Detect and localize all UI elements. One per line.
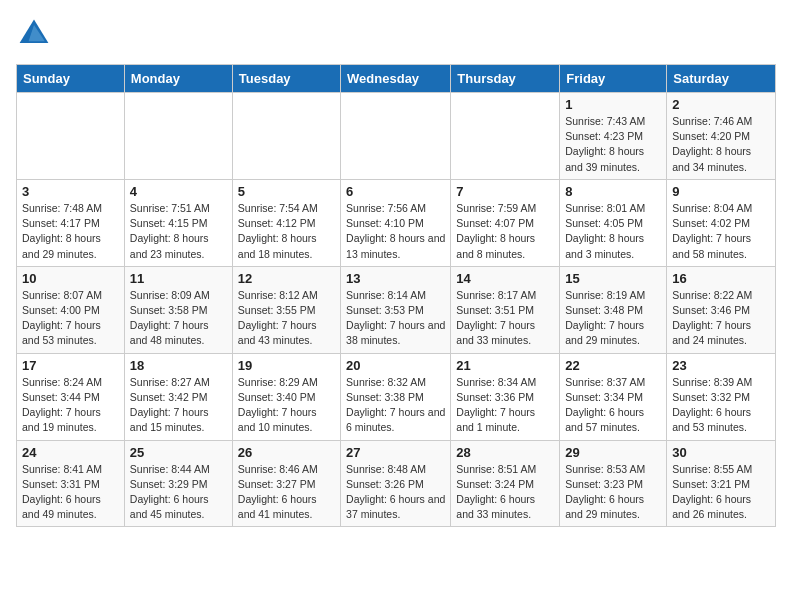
day-number: 5	[238, 184, 335, 199]
day-info: Sunrise: 8:29 AM Sunset: 3:40 PM Dayligh…	[238, 375, 335, 436]
day-cell: 5Sunrise: 7:54 AM Sunset: 4:12 PM Daylig…	[232, 179, 340, 266]
day-cell: 8Sunrise: 8:01 AM Sunset: 4:05 PM Daylig…	[560, 179, 667, 266]
day-number: 26	[238, 445, 335, 460]
logo-icon	[16, 16, 52, 52]
day-number: 29	[565, 445, 661, 460]
day-info: Sunrise: 8:51 AM Sunset: 3:24 PM Dayligh…	[456, 462, 554, 523]
day-cell: 2Sunrise: 7:46 AM Sunset: 4:20 PM Daylig…	[667, 93, 776, 180]
day-info: Sunrise: 8:53 AM Sunset: 3:23 PM Dayligh…	[565, 462, 661, 523]
day-info: Sunrise: 8:37 AM Sunset: 3:34 PM Dayligh…	[565, 375, 661, 436]
day-number: 13	[346, 271, 445, 286]
week-row-1: 1Sunrise: 7:43 AM Sunset: 4:23 PM Daylig…	[17, 93, 776, 180]
day-cell: 7Sunrise: 7:59 AM Sunset: 4:07 PM Daylig…	[451, 179, 560, 266]
day-info: Sunrise: 7:51 AM Sunset: 4:15 PM Dayligh…	[130, 201, 227, 262]
day-cell: 1Sunrise: 7:43 AM Sunset: 4:23 PM Daylig…	[560, 93, 667, 180]
day-number: 10	[22, 271, 119, 286]
day-cell: 13Sunrise: 8:14 AM Sunset: 3:53 PM Dayli…	[341, 266, 451, 353]
day-info: Sunrise: 7:54 AM Sunset: 4:12 PM Dayligh…	[238, 201, 335, 262]
day-info: Sunrise: 8:41 AM Sunset: 3:31 PM Dayligh…	[22, 462, 119, 523]
day-cell: 6Sunrise: 7:56 AM Sunset: 4:10 PM Daylig…	[341, 179, 451, 266]
day-number: 1	[565, 97, 661, 112]
day-number: 16	[672, 271, 770, 286]
day-cell: 21Sunrise: 8:34 AM Sunset: 3:36 PM Dayli…	[451, 353, 560, 440]
day-number: 11	[130, 271, 227, 286]
week-row-3: 10Sunrise: 8:07 AM Sunset: 4:00 PM Dayli…	[17, 266, 776, 353]
day-number: 28	[456, 445, 554, 460]
day-number: 2	[672, 97, 770, 112]
day-info: Sunrise: 7:59 AM Sunset: 4:07 PM Dayligh…	[456, 201, 554, 262]
day-number: 3	[22, 184, 119, 199]
day-cell: 27Sunrise: 8:48 AM Sunset: 3:26 PM Dayli…	[341, 440, 451, 527]
day-cell: 17Sunrise: 8:24 AM Sunset: 3:44 PM Dayli…	[17, 353, 125, 440]
header-day-monday: Monday	[124, 65, 232, 93]
day-number: 24	[22, 445, 119, 460]
header-row: SundayMondayTuesdayWednesdayThursdayFrid…	[17, 65, 776, 93]
day-cell	[17, 93, 125, 180]
day-info: Sunrise: 8:17 AM Sunset: 3:51 PM Dayligh…	[456, 288, 554, 349]
day-number: 12	[238, 271, 335, 286]
day-info: Sunrise: 8:46 AM Sunset: 3:27 PM Dayligh…	[238, 462, 335, 523]
day-info: Sunrise: 8:22 AM Sunset: 3:46 PM Dayligh…	[672, 288, 770, 349]
day-info: Sunrise: 7:46 AM Sunset: 4:20 PM Dayligh…	[672, 114, 770, 175]
day-cell: 20Sunrise: 8:32 AM Sunset: 3:38 PM Dayli…	[341, 353, 451, 440]
day-cell: 22Sunrise: 8:37 AM Sunset: 3:34 PM Dayli…	[560, 353, 667, 440]
header-day-sunday: Sunday	[17, 65, 125, 93]
day-info: Sunrise: 8:24 AM Sunset: 3:44 PM Dayligh…	[22, 375, 119, 436]
day-cell: 10Sunrise: 8:07 AM Sunset: 4:00 PM Dayli…	[17, 266, 125, 353]
day-cell	[232, 93, 340, 180]
logo	[16, 16, 56, 52]
day-cell: 4Sunrise: 7:51 AM Sunset: 4:15 PM Daylig…	[124, 179, 232, 266]
calendar-table: SundayMondayTuesdayWednesdayThursdayFrid…	[16, 64, 776, 527]
day-info: Sunrise: 8:12 AM Sunset: 3:55 PM Dayligh…	[238, 288, 335, 349]
day-number: 9	[672, 184, 770, 199]
day-number: 25	[130, 445, 227, 460]
day-info: Sunrise: 8:27 AM Sunset: 3:42 PM Dayligh…	[130, 375, 227, 436]
day-info: Sunrise: 8:34 AM Sunset: 3:36 PM Dayligh…	[456, 375, 554, 436]
day-number: 4	[130, 184, 227, 199]
day-cell: 23Sunrise: 8:39 AM Sunset: 3:32 PM Dayli…	[667, 353, 776, 440]
calendar-header: SundayMondayTuesdayWednesdayThursdayFrid…	[17, 65, 776, 93]
day-number: 30	[672, 445, 770, 460]
day-info: Sunrise: 8:19 AM Sunset: 3:48 PM Dayligh…	[565, 288, 661, 349]
day-info: Sunrise: 7:48 AM Sunset: 4:17 PM Dayligh…	[22, 201, 119, 262]
day-cell: 16Sunrise: 8:22 AM Sunset: 3:46 PM Dayli…	[667, 266, 776, 353]
day-info: Sunrise: 7:43 AM Sunset: 4:23 PM Dayligh…	[565, 114, 661, 175]
day-info: Sunrise: 8:09 AM Sunset: 3:58 PM Dayligh…	[130, 288, 227, 349]
day-number: 19	[238, 358, 335, 373]
day-number: 22	[565, 358, 661, 373]
week-row-2: 3Sunrise: 7:48 AM Sunset: 4:17 PM Daylig…	[17, 179, 776, 266]
header-day-saturday: Saturday	[667, 65, 776, 93]
day-cell: 26Sunrise: 8:46 AM Sunset: 3:27 PM Dayli…	[232, 440, 340, 527]
day-info: Sunrise: 8:44 AM Sunset: 3:29 PM Dayligh…	[130, 462, 227, 523]
day-info: Sunrise: 8:32 AM Sunset: 3:38 PM Dayligh…	[346, 375, 445, 436]
day-number: 18	[130, 358, 227, 373]
day-number: 14	[456, 271, 554, 286]
day-info: Sunrise: 8:48 AM Sunset: 3:26 PM Dayligh…	[346, 462, 445, 523]
day-cell	[341, 93, 451, 180]
day-cell: 18Sunrise: 8:27 AM Sunset: 3:42 PM Dayli…	[124, 353, 232, 440]
day-number: 21	[456, 358, 554, 373]
header-day-wednesday: Wednesday	[341, 65, 451, 93]
day-cell	[124, 93, 232, 180]
day-info: Sunrise: 8:04 AM Sunset: 4:02 PM Dayligh…	[672, 201, 770, 262]
day-cell: 19Sunrise: 8:29 AM Sunset: 3:40 PM Dayli…	[232, 353, 340, 440]
day-cell: 28Sunrise: 8:51 AM Sunset: 3:24 PM Dayli…	[451, 440, 560, 527]
day-cell: 12Sunrise: 8:12 AM Sunset: 3:55 PM Dayli…	[232, 266, 340, 353]
header-day-tuesday: Tuesday	[232, 65, 340, 93]
day-info: Sunrise: 7:56 AM Sunset: 4:10 PM Dayligh…	[346, 201, 445, 262]
day-number: 7	[456, 184, 554, 199]
day-cell: 9Sunrise: 8:04 AM Sunset: 4:02 PM Daylig…	[667, 179, 776, 266]
day-cell: 30Sunrise: 8:55 AM Sunset: 3:21 PM Dayli…	[667, 440, 776, 527]
header-day-friday: Friday	[560, 65, 667, 93]
day-info: Sunrise: 8:39 AM Sunset: 3:32 PM Dayligh…	[672, 375, 770, 436]
day-cell: 3Sunrise: 7:48 AM Sunset: 4:17 PM Daylig…	[17, 179, 125, 266]
day-cell: 14Sunrise: 8:17 AM Sunset: 3:51 PM Dayli…	[451, 266, 560, 353]
week-row-5: 24Sunrise: 8:41 AM Sunset: 3:31 PM Dayli…	[17, 440, 776, 527]
day-cell: 15Sunrise: 8:19 AM Sunset: 3:48 PM Dayli…	[560, 266, 667, 353]
page-header	[16, 16, 776, 52]
day-cell: 29Sunrise: 8:53 AM Sunset: 3:23 PM Dayli…	[560, 440, 667, 527]
day-cell	[451, 93, 560, 180]
week-row-4: 17Sunrise: 8:24 AM Sunset: 3:44 PM Dayli…	[17, 353, 776, 440]
day-info: Sunrise: 8:55 AM Sunset: 3:21 PM Dayligh…	[672, 462, 770, 523]
day-cell: 24Sunrise: 8:41 AM Sunset: 3:31 PM Dayli…	[17, 440, 125, 527]
